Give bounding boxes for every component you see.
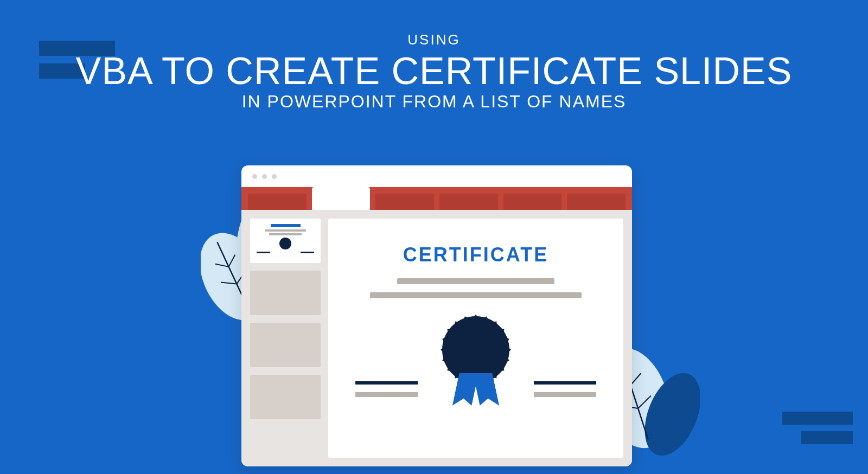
heading-sub: IN POWERPOINT FROM A LIST OF NAMES <box>0 92 868 112</box>
slide-thumbnail <box>250 271 321 315</box>
slide-thumbnail <box>250 375 321 419</box>
signature-label-right <box>534 392 596 397</box>
page-heading: USING VBA TO CREATE CERTIFICATE SLIDES I… <box>0 31 868 112</box>
powerpoint-window: CERTIFICATE <box>241 165 632 466</box>
window-titlebar <box>241 165 632 187</box>
certificate-text-line <box>370 292 582 298</box>
window-dot-icon <box>272 174 277 179</box>
heading-pre: USING <box>0 31 868 48</box>
slide-thumbnail-active <box>250 219 321 263</box>
heading-main: VBA TO CREATE CERTIFICATE SLIDES <box>0 49 868 93</box>
editor-body: CERTIFICATE <box>241 210 632 466</box>
certificate-text-line <box>397 278 554 284</box>
slide-canvas: CERTIFICATE <box>328 219 623 458</box>
ribbon-tab <box>503 194 562 210</box>
certificate-title: CERTIFICATE <box>403 244 548 266</box>
ribbon-tab <box>439 194 498 210</box>
ribbon-tab <box>375 194 434 210</box>
ribbon-tab-active <box>312 187 371 210</box>
ribbon-tab <box>248 194 307 210</box>
certificate-seal <box>441 315 511 385</box>
window-dot-icon <box>262 174 267 179</box>
slide-thumbnail <box>250 323 321 367</box>
slide-thumbnail-panel <box>250 219 321 458</box>
ribbon-bar <box>241 187 632 210</box>
signature-line-left <box>355 381 418 385</box>
signature-line-right <box>534 381 596 385</box>
signature-label-left <box>355 392 418 397</box>
decoration-bottom-right <box>752 412 853 444</box>
ribbon-tab <box>567 194 626 210</box>
window-dot-icon <box>252 174 257 179</box>
